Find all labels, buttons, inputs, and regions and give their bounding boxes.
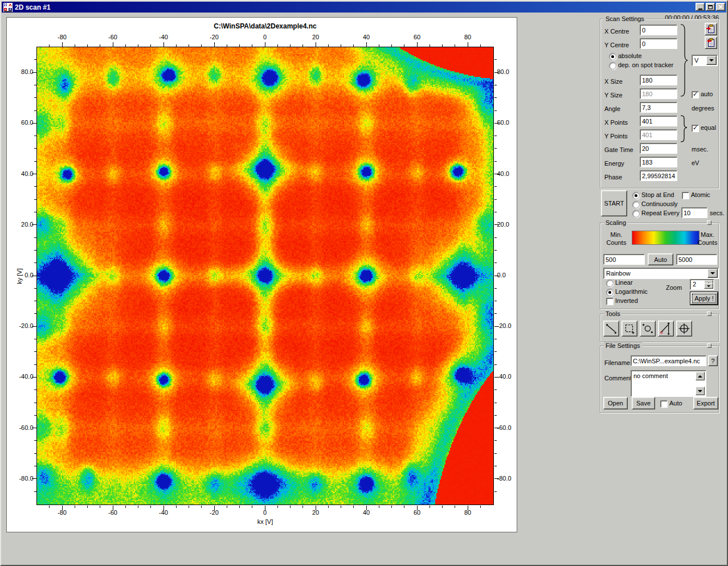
zoom-down-button[interactable] [704,283,713,289]
axis-tick [34,136,36,136]
axis-tick [494,199,497,200]
heatmap-canvas[interactable] [36,47,494,505]
logarithmic-radio[interactable] [606,289,614,296]
palette-dropdown[interactable]: Rainbow [603,268,719,279]
export-button[interactable]: Export [693,397,718,409]
axis-tick [494,263,497,263]
angle-measure-tool-button[interactable]: α [658,321,674,337]
comment-textarea[interactable]: no comment [631,370,706,397]
angle-unit-label: degrees [692,105,714,112]
axis-tick [455,506,455,508]
gate-time-input[interactable] [640,143,677,154]
y-tick-label-right: -20.0 [497,322,523,329]
y-size-label: Y Size [604,92,623,99]
open-button[interactable]: Open [603,397,628,409]
comment-label: Comment [604,375,632,382]
axis-tick [277,506,278,508]
unit-dropdown-button[interactable] [706,56,717,65]
axis-tick [62,506,63,510]
axis-tick [494,491,497,492]
spot-tracker-radio[interactable] [609,62,616,69]
chevron-up-icon [698,375,702,378]
axis-tick [417,42,418,47]
axis-tick [75,44,75,47]
start-button[interactable]: START [601,190,627,216]
filename-input[interactable] [631,355,706,366]
gate-time-label: Gate Time [604,146,633,153]
repeat-every-radio[interactable] [632,210,640,218]
axis-tick [150,44,151,47]
axis-tick [189,44,189,47]
comment-scroll-down-button[interactable] [696,387,705,395]
center-target-tool-button[interactable] [676,321,692,337]
auto-save-checkbox[interactable] [660,400,668,408]
axis-tick [32,123,36,124]
apply-button[interactable]: Apply ! [690,292,718,305]
axis-tick [138,506,138,508]
repeat-secs-input[interactable] [681,207,707,218]
absolute-radio[interactable] [609,53,616,60]
axis-tick [494,377,499,378]
paste-y-centre-button[interactable] [705,36,717,49]
axis-tick [227,506,227,508]
axis-tick [34,237,36,238]
axis-tick [34,301,36,301]
equal-points-checkbox[interactable] [692,125,699,132]
x-size-input[interactable] [640,75,677,85]
rectangle-region-tool-button[interactable] [621,321,637,337]
min-counts-input[interactable] [603,254,645,265]
y-centre-input[interactable] [640,38,677,49]
auto-scale-button[interactable]: Auto [648,253,673,265]
axis-tick [430,44,430,47]
y-tick-label-left: -20.0 [8,322,34,329]
x-points-input[interactable] [640,116,677,126]
y-tick-label-right: -40.0 [497,373,523,380]
axis-tick [494,288,497,289]
linear-radio[interactable] [606,280,614,287]
auto-size-checkbox[interactable] [692,91,699,99]
scaling-grip [707,220,711,225]
maximize-icon [708,5,713,9]
max-counts-input[interactable] [676,254,717,265]
axis-tick [494,389,497,390]
save-button[interactable]: Save [632,397,655,409]
filename-help-button[interactable]: ? [708,355,718,366]
max-counts-label: Counts [697,239,718,246]
zoom-spinner[interactable]: 2 [690,279,714,290]
circle-region-tool-button[interactable] [640,321,656,337]
palette-dropdown-button[interactable] [707,269,718,278]
x-centre-input[interactable] [640,24,677,35]
axis-tick [34,403,36,403]
file-settings-caption: File Settings [604,342,642,349]
unit-dropdown[interactable]: V [692,55,718,66]
energy-input[interactable] [640,157,677,167]
paste-x-centre-button[interactable] [705,23,717,35]
minimize-button[interactable] [696,3,705,11]
axis-tick [138,44,138,47]
atomic-checkbox[interactable] [682,192,689,199]
continuously-radio[interactable] [632,201,640,208]
axis-tick [34,97,36,98]
tools-caption: Tools [604,310,622,317]
chevron-down-icon [710,272,715,274]
y-tick-label-right: 20.0 [497,221,523,228]
axis-tick [34,466,36,466]
comment-scroll-up-button[interactable] [696,372,705,380]
continuously-radio-label: Continuously [641,200,678,207]
axis-tick [34,339,36,339]
logarithmic-radio-label: Logarithmic [615,288,648,295]
axis-tick [494,224,499,225]
axis-tick [290,506,291,508]
axis-tick [494,148,497,149]
colormap-gradient-bar [632,231,700,245]
axis-tick [34,364,36,365]
close-button[interactable]: × [716,3,725,11]
maximize-button[interactable] [706,3,715,11]
phase-input[interactable] [640,170,677,181]
axis-tick [277,44,278,47]
stop-at-end-radio[interactable] [632,192,640,199]
angle-input[interactable] [640,102,677,113]
y-tick-label-left: 20.0 [8,221,34,228]
inverted-checkbox[interactable] [606,298,614,305]
line-profile-tool-button[interactable] [603,321,619,337]
